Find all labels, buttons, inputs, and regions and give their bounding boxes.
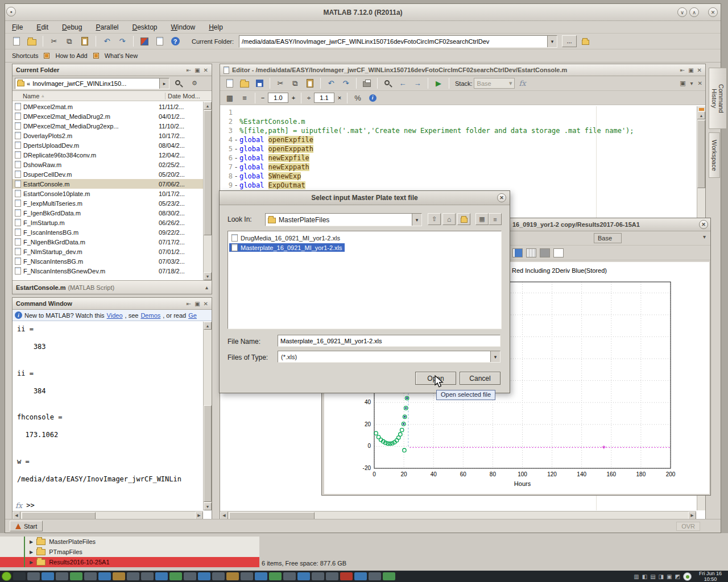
dialog-title-bar[interactable]: Select input Master Plate text file ✕ bbox=[220, 191, 510, 205]
current-folder-dropdown[interactable]: ▾ bbox=[547, 36, 557, 47]
taskbar-app-icon[interactable] bbox=[27, 572, 40, 580]
up-folder-button[interactable] bbox=[578, 35, 593, 47]
video-link[interactable]: Video bbox=[107, 312, 123, 319]
taskbar-app-icon[interactable] bbox=[354, 572, 367, 580]
taskbar-app-icon[interactable] bbox=[127, 572, 139, 580]
taskbar-app-icon[interactable] bbox=[155, 572, 168, 580]
search-button[interactable] bbox=[172, 78, 185, 89]
window-menu-button[interactable]: ● bbox=[6, 7, 16, 16]
dialog-file-row[interactable]: DrugMedia_16_0921_MI_yor1-2.xls bbox=[229, 233, 500, 243]
file-row[interactable]: F_IexpMultiTseries.m05/23/2... bbox=[13, 198, 203, 208]
shortcut-how-to-add[interactable]: How to Add bbox=[55, 52, 87, 59]
print-button[interactable] bbox=[360, 77, 374, 90]
tray-icon[interactable]: ◨ bbox=[659, 573, 664, 580]
paste-button[interactable] bbox=[303, 77, 317, 90]
clock[interactable]: Fri Jun 16 10:50 bbox=[699, 571, 722, 582]
copy-button[interactable]: ⧉ bbox=[63, 35, 76, 48]
new-file-button[interactable] bbox=[10, 35, 23, 48]
breadcrumb-expand[interactable]: ▸ bbox=[159, 78, 169, 89]
taskbar-app-icon[interactable] bbox=[283, 572, 296, 580]
file-name-input[interactable] bbox=[278, 335, 500, 347]
breadcrumb-path[interactable]: InovImager_jwrCF_WINLinx150... bbox=[32, 80, 126, 87]
up-one-level-button[interactable]: ⇧ bbox=[428, 213, 441, 225]
increment-button[interactable]: + bbox=[289, 92, 297, 105]
undo-button[interactable]: ↶ bbox=[100, 35, 114, 48]
file-row[interactable]: EstartConsole10plate.m10/17/2... bbox=[13, 189, 203, 198]
minimize-button[interactable]: ∨ bbox=[677, 7, 687, 17]
scrollbar-thumb[interactable] bbox=[697, 120, 705, 188]
file-row[interactable]: F_IscanIntensBG.m09/22/2... bbox=[13, 227, 203, 237]
file-list-column-headers[interactable]: Name▵ Date Mod... bbox=[13, 91, 212, 101]
start-button[interactable]: Start bbox=[10, 521, 43, 531]
file-row[interactable]: DMPexcel2mat_MediaDrug2.m04/01/2... bbox=[13, 111, 203, 121]
taskbar-app-icon[interactable] bbox=[42, 572, 54, 580]
scroll-up-icon[interactable]: ▲ bbox=[697, 111, 705, 119]
scroll-up-icon[interactable]: ▲ bbox=[204, 322, 212, 330]
guide-button[interactable] bbox=[153, 35, 167, 48]
scroll-left-icon[interactable]: ◀ bbox=[13, 512, 20, 519]
tray-icon[interactable]: ◩ bbox=[675, 573, 680, 580]
scrollbar-thumb[interactable] bbox=[229, 512, 315, 519]
suse-menu-icon[interactable] bbox=[2, 572, 11, 581]
zoom-tool-icon[interactable] bbox=[553, 248, 564, 257]
fx-icon[interactable]: fx bbox=[15, 501, 22, 510]
launcher-icon[interactable] bbox=[13, 572, 26, 580]
taskbar-app-icon[interactable] bbox=[212, 572, 225, 580]
demos-link[interactable]: Demos bbox=[140, 312, 160, 319]
folder-row[interactable]: ▶Results2016-10-25A1 bbox=[0, 557, 259, 567]
menu-help[interactable]: Help bbox=[209, 23, 223, 31]
list-view-button[interactable]: ≡ bbox=[489, 213, 502, 225]
file-row[interactable]: F_ImStartup.m06/26/2... bbox=[13, 218, 203, 227]
chevron-down-icon[interactable]: ▾ bbox=[703, 234, 706, 240]
command-prompt[interactable]: fx >> bbox=[13, 501, 35, 510]
copy-button[interactable]: ⧉ bbox=[288, 77, 302, 90]
taskbar-app-icon[interactable] bbox=[312, 572, 324, 580]
cut-button[interactable]: ✂ bbox=[274, 77, 287, 90]
tab-command-history[interactable]: Command History bbox=[709, 68, 727, 129]
cell-value-right[interactable]: 1.1 bbox=[314, 93, 334, 103]
taskbar-app-icon[interactable] bbox=[255, 572, 267, 580]
taskbar-app-icon[interactable] bbox=[340, 572, 353, 580]
open-file-button[interactable] bbox=[238, 77, 251, 90]
figure-base-combo[interactable]: Base bbox=[594, 233, 622, 243]
taskbar-app-icon[interactable] bbox=[98, 572, 111, 580]
file-row[interactable]: EstartConsole.m07/06/2... bbox=[13, 179, 203, 189]
command-output[interactable]: ii = 383 ii = 384 fhconsole = 173.1062 w… bbox=[13, 322, 203, 500]
fx-browser-button[interactable]: fx bbox=[516, 77, 530, 90]
file-row[interactable]: DMPexcel2mat_MediaDrug2exp...11/10/2... bbox=[13, 121, 203, 131]
scroll-down-icon[interactable]: ▼ bbox=[204, 502, 212, 510]
restore-icon[interactable]: ▣ bbox=[195, 67, 200, 73]
current-folder-scrollbar[interactable]: ▲ ▼ bbox=[203, 102, 212, 280]
scroll-down-icon[interactable]: ▼ bbox=[204, 272, 212, 280]
file-row[interactable]: DsuperCellDev.m05/20/2... bbox=[13, 169, 203, 179]
tab-workspace[interactable]: Workspace bbox=[709, 132, 720, 178]
restore-icon[interactable]: ▣ bbox=[195, 301, 200, 307]
file-row[interactable]: F_NIscanIntensBG.m07/03/2... bbox=[13, 256, 203, 266]
files-of-type-combo[interactable]: (*.xls) ▾ bbox=[278, 351, 500, 363]
breadcrumb-collapse[interactable]: « bbox=[27, 80, 30, 87]
cancel-button[interactable]: Cancel bbox=[460, 372, 500, 385]
redo-button[interactable]: ↷ bbox=[115, 35, 129, 48]
taskbar-app-icon[interactable] bbox=[113, 572, 125, 580]
close-button[interactable]: ✕ bbox=[699, 220, 708, 229]
look-in-combo[interactable]: MasterPlateFiles ▾ bbox=[265, 213, 422, 226]
tray-icon[interactable]: ▤ bbox=[650, 573, 655, 580]
stack-combo[interactable]: Base▾ bbox=[474, 78, 515, 89]
taskbar-app-icon[interactable] bbox=[141, 572, 154, 580]
forward-button[interactable]: → bbox=[411, 77, 424, 90]
menu-window[interactable]: Window bbox=[171, 23, 196, 31]
taskbar-app-icon[interactable] bbox=[56, 572, 68, 580]
save-button[interactable] bbox=[253, 77, 266, 90]
new-file-button[interactable] bbox=[223, 77, 237, 90]
dialog-close-button[interactable]: ✕ bbox=[497, 193, 506, 202]
expand-icon[interactable]: ▶ bbox=[30, 550, 33, 555]
redo-button[interactable]: ↷ bbox=[339, 77, 353, 90]
percent-cell-button[interactable]: % bbox=[351, 92, 365, 105]
message-marker[interactable] bbox=[699, 108, 704, 111]
insert-cell-button[interactable]: ▦ bbox=[223, 92, 237, 105]
dock-icon[interactable]: ⇤ bbox=[187, 67, 191, 73]
close-button[interactable]: ✕ bbox=[708, 7, 718, 17]
find-button[interactable] bbox=[381, 77, 395, 90]
column-date-modified[interactable]: Date Mod... bbox=[165, 93, 212, 99]
plot-tool-icon[interactable] bbox=[512, 248, 523, 257]
